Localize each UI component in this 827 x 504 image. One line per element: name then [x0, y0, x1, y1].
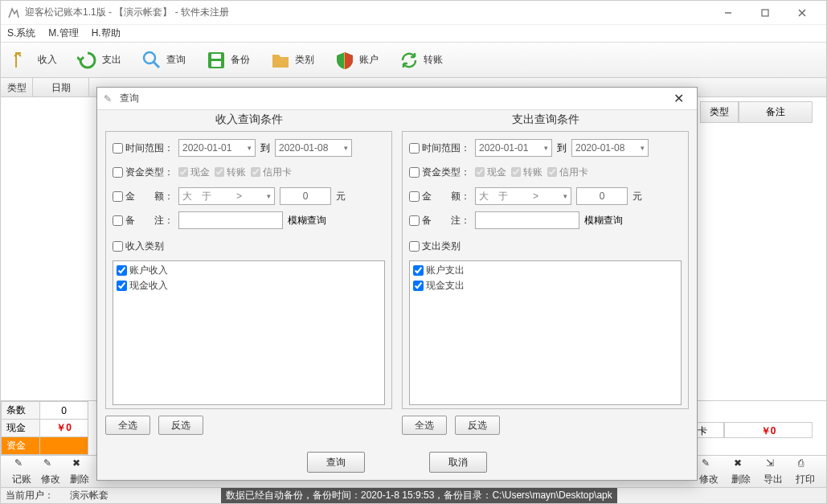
chevron-down-icon: ▾	[267, 192, 271, 200]
income-date-from[interactable]: 2020-01-01▾	[178, 139, 256, 157]
income-panel: 收入查询条件 时间范围： 2020-01-01▾ 到 2020-01-08▾ 资…	[105, 113, 392, 441]
chevron-down-icon: ▾	[563, 192, 567, 200]
expense-date-to[interactable]: 2020-01-08▾	[571, 139, 649, 157]
income-cat-item-0[interactable]: 账户收入	[115, 263, 383, 278]
dialog-body: 收入查询条件 时间范围： 2020-01-01▾ 到 2020-01-08▾ 资…	[97, 110, 697, 445]
expense-fundtype-check[interactable]: 资金类型：	[409, 166, 470, 179]
income-amount-input[interactable]	[280, 187, 331, 205]
dialog-icon: ✎	[104, 93, 115, 104]
income-invert-button[interactable]: 反选	[158, 416, 203, 435]
income-unit: 元	[336, 190, 346, 203]
dialog-title: 查询	[120, 92, 666, 105]
income-time-check[interactable]: 时间范围：	[113, 141, 174, 155]
expense-credit-check[interactable]: 信用卡	[547, 166, 588, 179]
dialog-cancel-button[interactable]: 取消	[429, 452, 487, 473]
chevron-down-icon: ▾	[544, 144, 548, 152]
expense-amount-check[interactable]: 金 额：	[409, 190, 470, 203]
expense-fieldset: 支出查询条件 时间范围： 2020-01-01▾ 到 2020-01-08▾ 资…	[402, 131, 689, 409]
income-remark-check[interactable]: 备 注：	[113, 214, 174, 227]
expense-transfer-check[interactable]: 转账	[511, 166, 542, 179]
income-op-combo[interactable]: 大 于>▾	[178, 187, 275, 205]
dialog-titlebar: ✎ 查询 ✕	[97, 88, 697, 110]
income-amount-check[interactable]: 金 额：	[113, 190, 174, 203]
income-legend: 收入查询条件	[106, 113, 391, 127]
income-select-all-button[interactable]: 全选	[105, 416, 150, 435]
expense-select-all-button[interactable]: 全选	[402, 416, 447, 435]
expense-amount-input[interactable]	[576, 187, 628, 205]
income-category-check[interactable]: 收入类别	[113, 240, 164, 253]
income-fundtype-check[interactable]: 资金类型：	[113, 166, 174, 179]
expense-category-list[interactable]: 账户支出 现金支出	[409, 260, 682, 405]
chevron-down-icon: ▾	[344, 144, 348, 152]
expense-date-to-label: 到	[557, 141, 567, 155]
expense-panel: 支出查询条件 时间范围： 2020-01-01▾ 到 2020-01-08▾ 资…	[402, 113, 689, 441]
income-cat-item-1[interactable]: 现金收入	[115, 278, 383, 293]
dialog-close-button[interactable]: ✕	[666, 89, 690, 109]
expense-legend: 支出查询条件	[403, 113, 688, 127]
expense-category-check[interactable]: 支出类别	[409, 240, 461, 253]
expense-cat-item-1[interactable]: 现金支出	[411, 278, 679, 293]
income-remark-input[interactable]	[178, 211, 283, 229]
expense-op-combo[interactable]: 大 于>▾	[475, 187, 571, 205]
dialog-backdrop: ✎ 查询 ✕ 收入查询条件 时间范围： 2020-01-01▾ 到 2020-0…	[0, 0, 827, 504]
income-category-list[interactable]: 账户收入 现金收入	[113, 260, 385, 405]
expense-remark-check[interactable]: 备 注：	[409, 214, 470, 227]
dialog-ok-button[interactable]: 查询	[307, 452, 365, 473]
dialog-footer: 查询 取消	[97, 445, 697, 480]
query-dialog: ✎ 查询 ✕ 收入查询条件 时间范围： 2020-01-01▾ 到 2020-0…	[96, 87, 698, 481]
expense-cat-item-0[interactable]: 账户支出	[411, 263, 679, 278]
income-date-to-label: 到	[260, 141, 270, 155]
income-fieldset: 收入查询条件 时间范围： 2020-01-01▾ 到 2020-01-08▾ 资…	[105, 131, 392, 409]
income-credit-check[interactable]: 信用卡	[251, 166, 292, 179]
chevron-down-icon: ▾	[641, 144, 645, 152]
income-date-to[interactable]: 2020-01-08▾	[275, 139, 352, 157]
expense-unit: 元	[633, 190, 642, 203]
expense-cash-check[interactable]: 现金	[475, 166, 506, 179]
income-transfer-check[interactable]: 转账	[215, 166, 246, 179]
expense-invert-button[interactable]: 反选	[455, 416, 500, 435]
expense-time-check[interactable]: 时间范围：	[409, 141, 470, 155]
expense-date-from[interactable]: 2020-01-01▾	[475, 139, 552, 157]
expense-fuzzy-label: 模糊查询	[584, 214, 623, 227]
chevron-down-icon: ▾	[248, 144, 252, 152]
income-cash-check[interactable]: 现金	[178, 166, 210, 179]
income-fuzzy-label: 模糊查询	[288, 214, 326, 227]
expense-remark-input[interactable]	[475, 211, 579, 229]
